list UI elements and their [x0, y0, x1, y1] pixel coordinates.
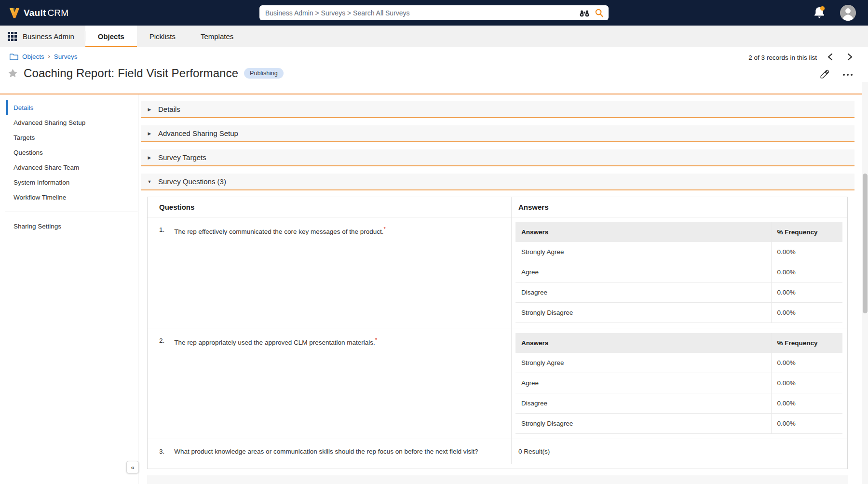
required-marker: * [375, 337, 377, 343]
question-number: 3. [159, 448, 164, 455]
favorite-star-icon[interactable] [8, 68, 18, 78]
sidebar-item-system-information[interactable]: System Information [6, 175, 138, 190]
search-icon[interactable] [595, 8, 604, 17]
avatar[interactable] [840, 5, 856, 21]
chevron-right-icon: ▶ [147, 107, 152, 112]
scrollbar-track[interactable] [862, 82, 868, 484]
sidebar-item-workflow-timeline[interactable]: Workflow Timeline [6, 190, 138, 205]
answers-cell-2: Answers % Frequency Strongly Agree 0.00%… [512, 328, 847, 439]
breadcrumb-objects-link[interactable]: Objects [22, 53, 44, 60]
sidebar-item-sharing-settings[interactable]: Sharing Settings [6, 219, 138, 234]
edit-pencil-icon[interactable] [819, 69, 829, 80]
question-number: 2. [159, 337, 164, 344]
question-row-1: 1. The rep effectively communicated the … [148, 217, 512, 328]
answer-frequency: 0.00% [771, 353, 842, 373]
answer-frequency: 0.00% [771, 262, 842, 282]
answer-frequency: 0.00% [771, 282, 842, 303]
vault-crm-logo: VaultCRM [0, 7, 68, 19]
section-label: Survey Targets [158, 153, 206, 161]
answer-frequency: 0.00% [771, 373, 842, 393]
answer-label: Strongly Agree [515, 353, 771, 373]
section-details[interactable]: ▶ Details [141, 101, 854, 118]
folder-icon [10, 53, 18, 60]
required-marker: * [384, 226, 386, 232]
scrollbar-thumb[interactable] [863, 174, 868, 313]
notifications-bell-icon[interactable] [813, 6, 826, 19]
collapse-sidebar-button[interactable]: « [126, 461, 139, 473]
binoculars-icon[interactable] [579, 9, 590, 17]
question-row-2: 2. The rep appropriately used the approv… [148, 328, 512, 439]
search-input[interactable] [265, 9, 579, 17]
question-text: The rep effectively communicated the cor… [174, 226, 386, 235]
section-survey-targets[interactable]: ▶ Survey Targets [141, 149, 854, 166]
chevron-right-icon: ▶ [147, 131, 152, 136]
record-sidebar: Details Advanced Sharing Setup Targets Q… [0, 94, 138, 484]
answer-label: Disagree [515, 393, 771, 414]
answer-frequency: 0.00% [771, 393, 842, 414]
question-number: 1. [159, 226, 164, 233]
answer-frequency-table: Answers % Frequency Strongly Agree 0.00%… [515, 222, 842, 323]
tab-templates[interactable]: Templates [188, 26, 246, 47]
table-row: Disagree 0.00% [515, 282, 842, 303]
breadcrumb-surveys-link[interactable]: Surveys [54, 53, 78, 60]
sidebar-item-details[interactable]: Details [6, 100, 138, 115]
table-row: Strongly Disagree 0.00% [515, 414, 842, 434]
global-search-bar[interactable] [259, 5, 609, 20]
app-header: VaultCRM [0, 0, 868, 26]
section-survey-questions[interactable]: ▼ Survey Questions (3) [141, 174, 854, 190]
table-row: Strongly Agree 0.00% [515, 353, 842, 373]
frequency-header: % Frequency [771, 222, 842, 242]
answer-label: Strongly Disagree [515, 303, 771, 323]
tab-picklists[interactable]: Picklists [137, 26, 188, 47]
answer-frequency-table: Answers % Frequency Strongly Agree 0.00%… [515, 333, 842, 434]
notification-badge [820, 6, 825, 11]
record-pagination: 2 of 3 records in this list [748, 51, 856, 64]
breadcrumb-separator: › [48, 53, 50, 60]
answers-header: Answers [515, 222, 771, 242]
table-row: Agree 0.00% [515, 262, 842, 282]
section-advanced-sharing-setup[interactable]: ▶ Advanced Sharing Setup [141, 125, 854, 142]
sidebar-item-advanced-sharing-setup[interactable]: Advanced Sharing Setup [6, 115, 138, 130]
divider [5, 212, 138, 212]
question-text: The rep appropriately used the approved … [174, 337, 377, 346]
page-title: Coaching Report: Field Visit Performance [24, 67, 238, 80]
more-actions-icon[interactable] [842, 71, 854, 79]
status-badge: Publishing [244, 68, 284, 79]
answer-label: Agree [515, 262, 771, 282]
app-label: Business Admin [23, 32, 74, 40]
answer-label: Strongly Agree [515, 242, 771, 262]
answer-label: Disagree [515, 282, 771, 303]
answers-cell-1: Answers % Frequency Strongly Agree 0.00%… [512, 217, 847, 328]
breadcrumb: Objects › Surveys [0, 53, 868, 60]
table-row: Strongly Agree 0.00% [515, 242, 842, 262]
question-text: What product knowledge areas or communic… [174, 448, 478, 455]
previous-record-button[interactable] [824, 51, 837, 64]
brand-text: VaultCRM [24, 8, 68, 18]
table-row: Agree 0.00% [515, 373, 842, 393]
answers-column-header: Answers [512, 197, 847, 217]
survey-questions-panel: Questions Answers 1. The rep effectively… [147, 197, 848, 469]
table-row: Strongly Disagree 0.00% [515, 303, 842, 323]
answer-frequency: 0.00% [771, 303, 842, 323]
record-detail-main: ▶ Details ▶ Advanced Sharing Setup ▶ Sur… [138, 94, 868, 484]
sidebar-item-questions[interactable]: Questions [6, 145, 138, 160]
next-record-button[interactable] [843, 51, 856, 64]
app-grid-icon [8, 32, 17, 41]
sidebar-item-advanced-share-team[interactable]: Advanced Share Team [6, 160, 138, 175]
chevron-down-icon: ▼ [147, 179, 152, 184]
question-row-3: 3. What product knowledge areas or commu… [148, 439, 512, 464]
record-count-text: 2 of 3 records in this list [748, 54, 817, 61]
next-section-bar[interactable] [147, 475, 848, 484]
sidebar-item-targets[interactable]: Targets [6, 130, 138, 145]
answer-label: Strongly Disagree [515, 414, 771, 434]
page-head: Objects › Surveys 2 of 3 records in this… [0, 47, 868, 94]
answers-header: Answers [515, 333, 771, 353]
answer-label: Agree [515, 373, 771, 393]
answer-frequency: 0.00% [771, 242, 842, 262]
frequency-header: % Frequency [771, 333, 842, 353]
chevron-right-icon: ▶ [147, 155, 152, 160]
app-launcher[interactable]: Business Admin [0, 26, 85, 47]
vault-logo-icon [9, 7, 20, 19]
tab-objects[interactable]: Objects [85, 26, 137, 47]
questions-column-header: Questions [148, 197, 512, 217]
